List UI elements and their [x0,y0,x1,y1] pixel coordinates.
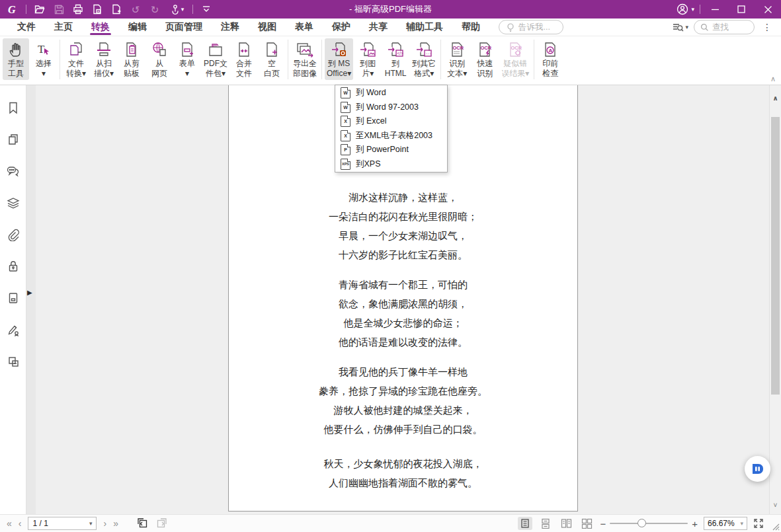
open-file-button[interactable] [32,2,47,17]
preflight-button[interactable]: A 印前 检查 [537,38,563,80]
touch-mode-button[interactable]: ▾ [167,2,186,17]
doc-properties-button[interactable] [90,2,104,17]
tab-edit[interactable]: 编辑 [119,19,156,36]
form-doc-icon [179,40,196,59]
select-tool-button[interactable]: T 选择 ▾ [30,38,57,80]
tab-convert[interactable]: 转换 [82,19,119,36]
scroll-up-arrow[interactable]: ∧ [770,95,781,102]
tab-protect[interactable]: 保护 [323,19,360,36]
svg-text:G: G [8,4,16,15]
tell-me-placeholder: 告诉我... [518,22,550,33]
fullscreen-button[interactable] [753,518,764,529]
find-input[interactable]: 查找 [694,20,755,34]
bookmarks-panel-button[interactable] [5,100,22,116]
file-convert-button[interactable]: 文件 转换▾ [63,38,89,80]
vertical-scrollbar[interactable]: ∧ ˅ [769,85,781,514]
tab-accessibility[interactable]: 辅助工具 [397,19,452,36]
title-bar: G ↺ ↻ ▾ [0,0,781,19]
zoom-in-button[interactable]: + [692,518,698,529]
to-other-formats-button[interactable]: ··· 到其它 格式▾ [410,38,438,80]
single-page-icon [520,518,530,529]
menu-item-to-word[interactable]: W 到 Word [335,86,447,100]
page-number-input[interactable]: 1 / 1 ▾ [28,517,97,530]
single-page-view-button[interactable] [518,517,532,530]
to-image-button[interactable]: 到图 片▾ [354,38,381,80]
tab-comment[interactable]: 注释 [212,19,249,36]
tab-organize[interactable]: 页面管理 [156,19,212,36]
poem-line: 他是全城少女悲惨的命运； [229,314,577,333]
advanced-search-button[interactable]: ▾ [672,22,688,32]
previous-view-button[interactable] [137,517,149,529]
ribbon-group-ocr: OCR 识别 文本▾ OCR 快速 识别 OCR 疑似错 误结果▾ [444,38,531,80]
to-html-button[interactable]: </> 到 HTML [382,38,409,80]
menu-item-to-xml-spreadsheet-2003[interactable]: X 至XML电子表格2003 [335,129,447,143]
divider [288,40,288,79]
close-button[interactable] [755,0,781,19]
first-page-button[interactable]: « [7,518,12,529]
tab-share[interactable]: 共享 [360,19,397,36]
account-button[interactable]: ▾ [672,3,698,16]
scroll-down-arrow[interactable]: ˅ [770,502,781,509]
resize-grip[interactable] [770,521,780,531]
zoom-slider-thumb[interactable] [637,519,646,527]
last-page-button[interactable]: » [113,518,118,529]
poem-line: 人们幽幽地指着湖面不散的雾气。 [229,474,577,493]
continuous-view-button[interactable] [538,517,553,530]
print-button[interactable] [71,2,85,17]
tab-file[interactable]: 文件 [8,19,45,36]
expand-panel-handle[interactable]: ▶ [27,289,32,296]
more-tools-button[interactable]: ⋮ [760,22,774,32]
attachments-panel-button[interactable] [5,227,22,243]
security-panel-button[interactable] [5,258,22,274]
tab-home[interactable]: 主页 [45,19,82,36]
export-all-images-button[interactable]: 导出全 部图像 [291,38,319,80]
excel-doc-icon: X [341,116,350,127]
ribbon-tab-bar: 文件 主页 转换 编辑 页面管理 注释 视图 表单 保护 共享 辅助工具 帮助 … [0,19,781,36]
combine-files-button[interactable]: 合并 文件 [231,38,257,80]
window-controls: ▾ [672,0,781,19]
quick-recognize-button[interactable]: OCR 快速 识别 [472,38,498,80]
zoom-level-input[interactable]: 66.67% ▾ [704,517,747,530]
menu-item-to-powerpoint[interactable]: P 到 PowerPoint [335,143,447,157]
zoom-slider-track[interactable] [610,523,688,524]
from-scanner-button[interactable]: 从扫 描仪▾ [91,38,117,80]
destinations-panel-button[interactable] [5,354,22,369]
menu-item-to-excel[interactable]: X 到 Excel [335,114,447,129]
next-page-button[interactable]: › [103,518,106,529]
hand-tool-button[interactable]: 手型 工具 [3,38,29,80]
ribbon-group-convert-to: 到 MS Office▾ 到图 片▾ </> 到 HTML ··· 到其它 格式… [325,38,438,80]
ai-assistant-button[interactable] [745,456,770,482]
comments-panel-button[interactable] [5,163,22,179]
menu-item-to-xps[interactable]: XPS 到XPS [335,157,447,172]
from-webpage-button[interactable]: 从 网页 [146,38,173,80]
facing-continuous-view-button[interactable] [579,517,594,530]
form-button[interactable]: 表单 ▾ [174,38,200,80]
quick-recognize-label: 快速 识别 [477,59,493,79]
to-ms-office-button[interactable]: 到 MS Office▾ [325,38,353,80]
tab-help[interactable]: 帮助 [452,19,489,36]
fields-panel-button[interactable] [5,290,22,306]
facing-view-button[interactable] [559,517,573,530]
previous-page-button[interactable]: ‹ [19,518,22,529]
comments-icon [6,165,20,178]
collapse-ribbon-button[interactable]: ∧ [770,75,776,83]
scrollbar-thumb[interactable] [771,117,780,395]
maximize-button[interactable] [728,0,755,19]
tab-form[interactable]: 表单 [286,19,323,36]
pages-panel-button[interactable] [5,132,22,147]
tell-me-input[interactable]: 告诉我... [499,20,563,34]
new-doc-button[interactable] [109,2,124,17]
minimize-button[interactable] [702,0,728,19]
blank-page-button[interactable]: 空 白页 [259,38,285,80]
customize-toolbar-button[interactable] [199,2,214,17]
view-controls: − + 66.67% ▾ [518,517,781,530]
svg-text:OCR: OCR [511,45,522,51]
menu-item-to-word-97-2003[interactable]: W 到 Word 97-2003 [335,100,447,115]
recognize-text-button[interactable]: OCR 识别 文本▾ [444,38,470,80]
pdf-portfolio-button[interactable]: PDF文 件包▾ [202,38,229,80]
layers-panel-button[interactable] [5,195,22,211]
tab-view[interactable]: 视图 [249,19,286,36]
signatures-panel-button[interactable] [5,322,22,338]
from-clipboard-button[interactable]: 从剪 贴板 [118,38,145,80]
zoom-out-button[interactable]: − [600,518,606,529]
